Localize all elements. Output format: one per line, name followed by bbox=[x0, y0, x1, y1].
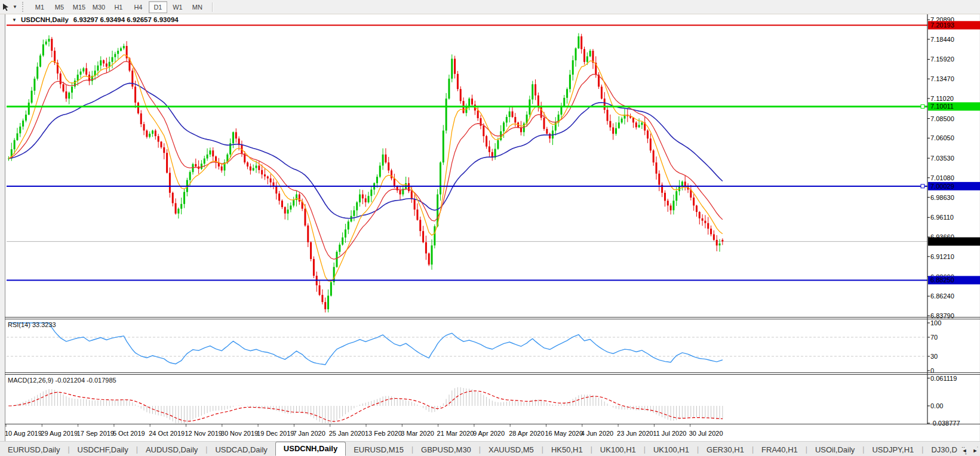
chart-symbol-label: USDCNH,Daily bbox=[21, 16, 69, 23]
tab-fra40-h1[interactable]: FRA40,H1 bbox=[754, 443, 806, 456]
tab-uk100-h1[interactable]: UK100,H1 bbox=[592, 443, 644, 456]
scroll-left-icon[interactable]: ◄ bbox=[961, 448, 968, 454]
tab-usoil-daily[interactable]: USOil,Daily bbox=[807, 443, 862, 456]
tab-hk50-h1[interactable]: HK50,H1 bbox=[543, 443, 591, 456]
tab-usdjpy-h1[interactable]: USDJPY,H1 bbox=[864, 443, 921, 456]
timeframe-button-d1[interactable]: D1 bbox=[149, 1, 167, 13]
chart-window bbox=[5, 14, 979, 442]
cursor-tool-icon[interactable] bbox=[1, 2, 11, 13]
timeframe-button-h1[interactable]: H1 bbox=[109, 1, 128, 13]
timeframe-button-mn[interactable]: MN bbox=[188, 1, 207, 13]
chart-ohlc-values: 6.93297 6.93494 6.92657 6.93094 bbox=[73, 16, 179, 23]
timeframe-button-m15[interactable]: M15 bbox=[70, 1, 88, 13]
tab-usdchf-daily[interactable]: USDCHF,Daily bbox=[70, 443, 136, 456]
timeframe-button-m5[interactable]: M5 bbox=[50, 1, 69, 13]
scroll-right-icon[interactable]: ► bbox=[972, 448, 979, 454]
tab-audusd-daily[interactable]: AUDUSD,Daily bbox=[138, 443, 205, 456]
timeframe-button-w1[interactable]: W1 bbox=[168, 1, 187, 13]
toolbar-separator bbox=[212, 2, 213, 12]
tab-eurusd-m15[interactable]: EURUSD,M15 bbox=[346, 443, 411, 456]
timeframe-button-m1[interactable]: M1 bbox=[30, 1, 49, 13]
tab-usdcnh-daily[interactable]: USDCNH,Daily bbox=[275, 442, 346, 456]
tab-xauusd-m5[interactable]: XAUUSD,M5 bbox=[481, 443, 542, 456]
chevron-down-icon[interactable]: ▼ bbox=[13, 4, 17, 10]
chart-tabs-bar: EURUSD,Daily|USDCHF,Daily|AUDUSD,Daily|U… bbox=[0, 441, 980, 456]
chart-title-bar: ▼ USDCNH,Daily 6.93297 6.93494 6.92657 6… bbox=[12, 16, 182, 23]
tab-usdcad-daily[interactable]: USDCAD,Daily bbox=[207, 443, 275, 456]
timeframe-buttons: M1M5M15M30H1H4D1W1MN bbox=[30, 0, 207, 14]
tab-gbpusd-m30[interactable]: GBPUSD,M30 bbox=[413, 443, 479, 456]
timeframe-button-m30[interactable]: M30 bbox=[90, 1, 108, 13]
toolbar-grip[interactable] bbox=[22, 2, 26, 12]
timeframe-button-h4[interactable]: H4 bbox=[129, 1, 148, 13]
tab-eurusd-daily[interactable]: EURUSD,Daily bbox=[0, 443, 67, 456]
tab-ger30-h1[interactable]: GER30,H1 bbox=[699, 443, 752, 456]
tab-uk100-h1[interactable]: UK100,H1 bbox=[646, 443, 697, 456]
tab-scroll-arrows: ◄ ► bbox=[957, 448, 979, 454]
macd-label: MACD(12,26,9) -0.021204 -0.017985 bbox=[8, 377, 116, 384]
rsi-label: RSI(14) 33.3233 bbox=[8, 321, 56, 328]
top-toolbar: ▼ M1M5M15M30H1H4D1W1MN bbox=[0, 0, 980, 14]
chevron-down-icon[interactable]: ▼ bbox=[12, 17, 17, 23]
